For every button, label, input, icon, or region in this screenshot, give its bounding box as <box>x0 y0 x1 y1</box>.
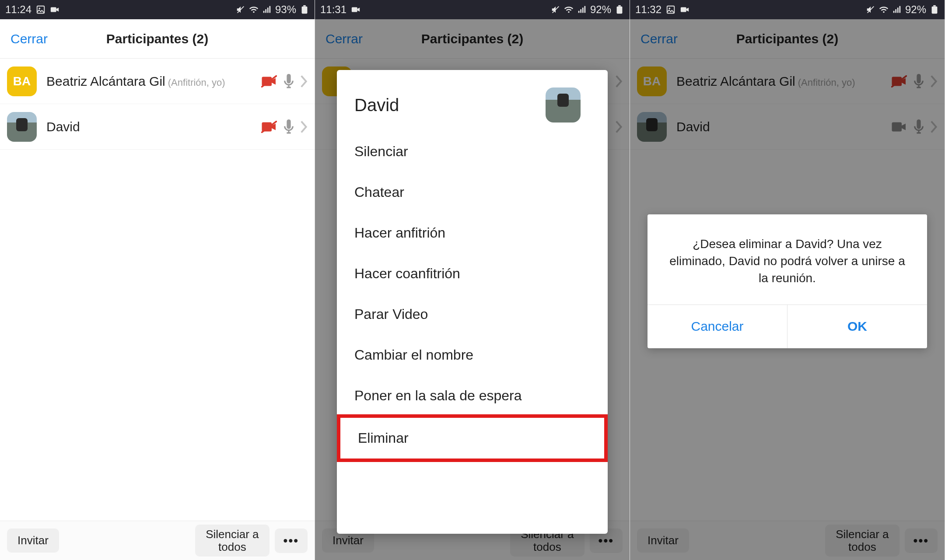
svg-rect-37 <box>892 122 902 131</box>
action-remove[interactable]: Eliminar <box>337 414 608 462</box>
svg-rect-31 <box>899 6 900 13</box>
dialog-message: ¿Desea eliminar a David? Una vez elimina… <box>648 214 927 304</box>
svg-rect-38 <box>917 119 920 129</box>
screen-2: 11:31 92% Cerrar Participantes (2) Invit… <box>315 0 630 560</box>
more-button[interactable]: ••• <box>275 528 308 553</box>
svg-rect-26 <box>681 7 686 12</box>
participant-name: David <box>676 119 710 134</box>
participant-row[interactable]: David <box>0 104 315 150</box>
action-rename[interactable]: Cambiar el nombre <box>337 335 608 375</box>
more-button[interactable]: ••• <box>905 528 938 553</box>
participant-name: Beatriz Alcántara Gil <box>46 74 165 89</box>
action-chat[interactable]: Chatear <box>337 172 608 213</box>
svg-rect-20 <box>582 7 584 13</box>
signal-icon <box>577 5 587 14</box>
chevron-right-icon <box>616 75 623 88</box>
svg-rect-9 <box>303 5 306 7</box>
svg-rect-28 <box>893 11 895 13</box>
svg-rect-2 <box>51 7 56 12</box>
battery-icon <box>615 5 624 14</box>
svg-rect-6 <box>267 7 269 13</box>
statusbar-battery: 92% <box>590 4 611 16</box>
svg-rect-29 <box>895 9 896 13</box>
confirm-remove-dialog: ¿Desea eliminar a David? Una vez elimina… <box>648 214 927 348</box>
bottom-toolbar: Invitar Silenciar a todos ••• <box>0 521 315 560</box>
header: Cerrar Participantes (2) <box>630 19 945 59</box>
image-icon <box>666 5 676 14</box>
dialog-ok-button[interactable]: OK <box>787 305 927 348</box>
participant-role: (Anfitrión, yo) <box>798 77 855 88</box>
camera-icon <box>351 5 360 14</box>
svg-point-25 <box>668 7 670 9</box>
participant-info: David <box>46 119 261 134</box>
statusbar-time: 11:32 <box>635 4 662 16</box>
participant-row[interactable]: BA Beatriz Alcántara Gil (Anfitrión, yo) <box>0 59 315 104</box>
mic-icon <box>283 119 294 134</box>
camera-on-icon <box>891 121 907 133</box>
screen-3: 11:32 92% Cerrar Participantes (2) BA Be… <box>630 0 945 560</box>
chevron-right-icon <box>931 121 938 133</box>
chevron-right-icon <box>301 75 308 88</box>
signal-icon <box>892 5 902 14</box>
svg-rect-5 <box>265 9 266 13</box>
mic-icon <box>283 74 294 89</box>
invite-button[interactable]: Invitar <box>637 528 689 553</box>
action-make-cohost[interactable]: Hacer coanfitrión <box>337 253 608 294</box>
mic-icon <box>913 119 924 134</box>
mute-all-button[interactable]: Silenciar a todos <box>825 525 899 556</box>
wifi-icon <box>879 5 889 14</box>
svg-rect-32 <box>932 7 938 14</box>
statusbar-battery: 93% <box>275 4 296 16</box>
avatar: BA <box>637 66 667 96</box>
mic-icon <box>913 74 924 89</box>
statusbar-time: 11:24 <box>5 4 32 16</box>
wifi-icon <box>249 5 259 14</box>
action-stop-video[interactable]: Parar Video <box>337 294 608 335</box>
camera-icon <box>680 5 690 14</box>
close-button[interactable]: Cerrar <box>0 32 58 46</box>
action-mute[interactable]: Silenciar <box>337 131 608 172</box>
chevron-right-icon <box>301 121 308 133</box>
camera-off-icon <box>891 75 907 88</box>
svg-rect-7 <box>269 6 270 13</box>
action-make-host[interactable]: Hacer anfitrión <box>337 213 608 253</box>
participant-row[interactable]: David <box>630 104 945 150</box>
svg-rect-21 <box>584 6 585 13</box>
participant-info: David <box>676 119 891 134</box>
svg-rect-23 <box>618 5 621 7</box>
camera-icon <box>50 5 60 14</box>
svg-rect-19 <box>580 9 581 13</box>
header: Cerrar Participantes (2) <box>315 19 630 59</box>
statusbar: 11:24 93% <box>0 0 315 19</box>
svg-point-1 <box>38 7 40 9</box>
statusbar: 11:32 92% <box>630 0 945 19</box>
action-waiting-room[interactable]: Poner en la sala de espera <box>337 375 608 416</box>
svg-rect-36 <box>917 74 920 84</box>
header: Cerrar Participantes (2) <box>0 19 315 59</box>
avatar <box>7 112 37 142</box>
camera-off-icon <box>261 121 277 133</box>
svg-rect-33 <box>933 5 936 7</box>
participant-info: Beatriz Alcántara Gil (Anfitrión, yo) <box>676 74 891 89</box>
participant-info: Beatriz Alcántara Gil (Anfitrión, yo) <box>46 74 261 89</box>
svg-rect-30 <box>897 7 899 13</box>
mute-all-button[interactable]: Silenciar a todos <box>195 525 269 556</box>
action-sheet-title: David <box>354 95 546 115</box>
dialog-cancel-button[interactable]: Cancelar <box>648 305 787 348</box>
svg-rect-16 <box>352 7 357 12</box>
wifi-icon <box>564 5 574 14</box>
invite-button[interactable]: Invitar <box>7 528 59 553</box>
svg-rect-4 <box>263 11 265 13</box>
close-button[interactable]: Cerrar <box>315 32 373 46</box>
statusbar: 11:31 92% <box>315 0 630 19</box>
close-button[interactable]: Cerrar <box>630 32 688 46</box>
chevron-right-icon <box>616 121 623 133</box>
svg-rect-15 <box>287 119 290 129</box>
participant-name: David <box>46 119 80 134</box>
battery-icon <box>300 5 309 14</box>
participant-name: Beatriz Alcántara Gil <box>676 74 795 89</box>
participant-row[interactable]: BA Beatriz Alcántara Gil (Anfitrión, yo) <box>630 59 945 104</box>
participant-role: (Anfitrión, yo) <box>168 77 225 88</box>
image-icon <box>36 5 46 14</box>
avatar <box>546 88 581 122</box>
